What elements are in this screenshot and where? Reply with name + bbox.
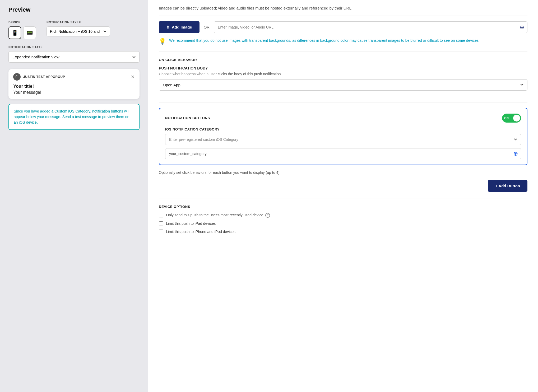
device-notification-row: DEVICE 📱 📟 NOTIFICATION STYLE Rich Notif… <box>8 21 140 39</box>
notification-state-select[interactable]: Expanded notification view <box>8 51 140 63</box>
phone-icon: 📱 <box>12 30 18 36</box>
push-body-desc: Choose what happens when a user clicks t… <box>159 72 527 76</box>
panel-title: Preview <box>8 6 140 13</box>
app-name: JUSTIN TEST APPGROUP <box>23 75 65 79</box>
recently-used-help-icon[interactable]: ? <box>265 213 270 218</box>
checkbox-row-1: Only send this push to the user's most r… <box>159 213 527 218</box>
or-label: OR <box>204 25 210 29</box>
notification-state-section: NOTIFICATION STATE Expanded notification… <box>8 45 140 63</box>
ipad-only-label[interactable]: Limit this push to iPad devices <box>166 221 216 226</box>
add-image-label: Add Image <box>172 25 192 29</box>
ios-category-info-text: Since you have added a Custom iOS Catego… <box>14 109 129 124</box>
right-panel: Images can be directly uploaded; video a… <box>148 0 538 392</box>
add-button-button[interactable]: + Add Button <box>488 180 527 192</box>
push-body-dropdown[interactable]: Open App <box>159 79 527 91</box>
notification-app-info: ⏱ JUSTIN TEST APPGROUP <box>13 73 65 81</box>
ipad-only-checkbox[interactable] <box>159 221 163 226</box>
notification-style-select[interactable]: Rich Notification -- iOS 10 and highe <box>47 26 110 36</box>
notification-state-label: NOTIFICATION STATE <box>8 45 140 49</box>
recently-used-checkbox[interactable] <box>159 213 163 217</box>
iphone-only-checkbox[interactable] <box>159 230 163 234</box>
bulb-icon: 💡 <box>159 38 166 45</box>
url-input-plus-icon[interactable]: ⊕ <box>520 24 524 30</box>
add-image-button[interactable]: ⬆ Add Image <box>159 21 200 33</box>
toggle-wrap[interactable]: ON <box>502 114 521 123</box>
device-section: DEVICE 📱 📟 <box>8 21 36 39</box>
url-input-wrap: ⊕ <box>214 21 527 33</box>
category-input-plus-icon[interactable]: ⊕ <box>513 150 518 157</box>
recommendation-box: 💡 We recommend that you do not use image… <box>159 38 527 52</box>
notification-header: ⏱ JUSTIN TEST APPGROUP ✕ <box>13 73 135 81</box>
tablet-icon: 📟 <box>26 30 33 36</box>
ios-category-title: IOS NOTIFICATION CATEGORY <box>165 127 521 131</box>
notification-title: Your title! <box>13 84 135 89</box>
close-notification-btn[interactable]: ✕ <box>131 74 135 79</box>
upload-icon: ⬆ <box>166 25 170 30</box>
left-panel: Preview DEVICE 📱 📟 NOTIFICATION STYLE Ri… <box>0 0 148 392</box>
device-icons: 📱 📟 <box>8 26 36 39</box>
checkbox-row-3: Limit this push to iPhone and iPod devic… <box>159 230 527 234</box>
on-click-section: ON CLICK BEHAVIOR PUSH NOTIFICATION BODY… <box>159 58 527 102</box>
notification-style-label: NOTIFICATION STYLE <box>47 21 110 24</box>
recently-used-label[interactable]: Only send this push to the user's most r… <box>166 213 270 218</box>
toggle-label: ON <box>504 116 509 120</box>
push-body-title: PUSH NOTIFICATION BODY <box>159 66 527 70</box>
device-options-section: DEVICE OPTIONS Only send this push to th… <box>159 198 527 234</box>
phone-device-btn[interactable]: 📱 <box>8 26 21 39</box>
media-url-input[interactable] <box>214 21 527 33</box>
device-options-header: DEVICE OPTIONS <box>159 205 527 209</box>
notification-buttons-section: NOTIFICATION BUTTONS ON IOS NOTIFICATION… <box>159 108 527 165</box>
toggle-knob <box>513 115 520 122</box>
app-icon-symbol: ⏱ <box>15 75 19 79</box>
add-button-row: + Add Button <box>159 180 527 192</box>
ios-category-dropdown[interactable]: Enter pre-registered custom iOS Category <box>165 134 521 145</box>
notification-style-section: NOTIFICATION STYLE Rich Notification -- … <box>47 21 110 36</box>
notification-preview-card: ⏱ JUSTIN TEST APPGROUP ✕ Your title! You… <box>8 69 140 99</box>
notif-btn-header: NOTIFICATION BUTTONS ON <box>165 114 521 123</box>
device-label: DEVICE <box>8 21 36 24</box>
tablet-device-btn[interactable]: 📟 <box>23 26 36 39</box>
category-input-wrap: ⊕ <box>165 148 521 159</box>
recommendation-text: We recommend that you do not use images … <box>169 38 480 43</box>
app-icon: ⏱ <box>13 73 21 81</box>
add-image-row: ⬆ Add Image OR ⊕ <box>159 21 527 33</box>
checkbox-row-2: Limit this push to iPad devices <box>159 221 527 226</box>
notif-btn-title: NOTIFICATION BUTTONS <box>165 116 210 120</box>
notification-message: Your message! <box>13 90 135 95</box>
ios-category-info-box: Since you have added a Custom iOS Catego… <box>8 104 140 130</box>
ios-category-input[interactable] <box>165 148 521 159</box>
add-button-label: + Add Button <box>495 184 520 188</box>
iphone-only-label[interactable]: Limit this push to iPhone and iPod devic… <box>166 230 235 234</box>
optional-text: Optionally set click behaviors for each … <box>159 170 527 175</box>
upload-description: Images can be directly uploaded; video a… <box>159 0 527 16</box>
on-click-header: ON CLICK BEHAVIOR <box>159 58 527 62</box>
notification-buttons-toggle[interactable]: ON <box>502 114 521 123</box>
